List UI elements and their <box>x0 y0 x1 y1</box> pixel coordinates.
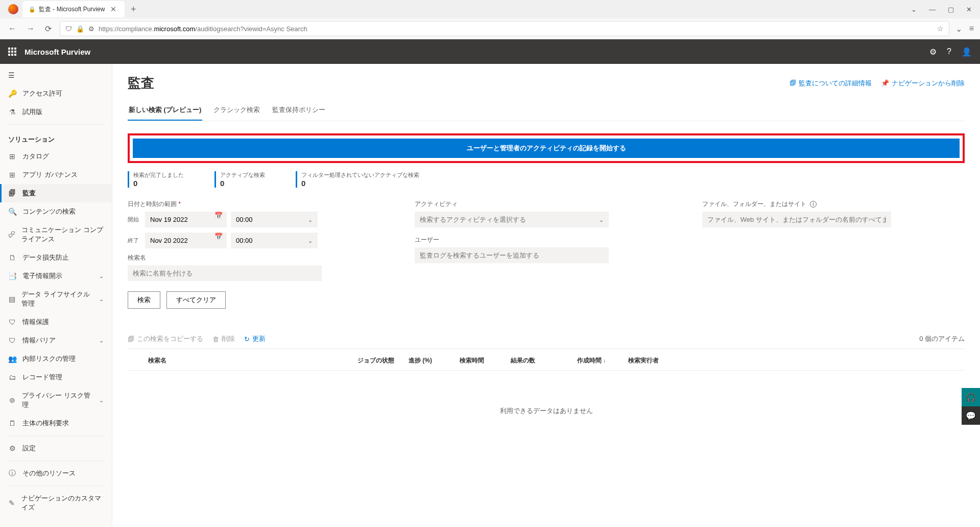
sidebar-item[interactable]: 🗐監査 <box>0 184 112 202</box>
chevron-down-icon: ⌄ <box>99 337 104 344</box>
trash-icon: 🗑 <box>212 335 219 343</box>
start-time-select[interactable] <box>231 212 318 227</box>
sidebar-label: 電子情報開示 <box>22 271 62 281</box>
sidebar-item[interactable]: 📑電子情報開示⌄ <box>0 267 112 285</box>
copy-search-button[interactable]: 🗐 この検索をコピーする <box>128 334 203 343</box>
col-search-time[interactable]: 検索時間 <box>460 356 511 365</box>
sidebar-item[interactable]: ⊞カタログ <box>0 147 112 166</box>
activities-select[interactable] <box>415 212 609 227</box>
sidebar-label: 監査 <box>22 189 36 198</box>
sidebar-label: 設定 <box>22 444 36 453</box>
settings-gear-icon[interactable]: ⚙ <box>929 47 937 57</box>
stat: アクティブな検索0 <box>214 171 265 188</box>
help-icon[interactable]: ? <box>947 47 951 56</box>
feedback-button[interactable]: 💬 <box>962 406 980 425</box>
sidebar-icon: ⚗ <box>8 108 16 116</box>
delete-button[interactable]: 🗑 削除 <box>212 334 235 343</box>
calendar-icon[interactable]: 📅 <box>214 233 223 240</box>
search-name-label: 検索名 <box>128 254 390 262</box>
remove-nav-link[interactable]: 📌 ナビゲーションから削除 <box>881 79 965 88</box>
sidebar-label: レコード管理 <box>22 373 62 382</box>
sidebar-icon: ⚙ <box>8 444 16 452</box>
padlock-icon[interactable]: 🔒 <box>76 25 84 33</box>
sidebar-item[interactable]: 🛡情報バリア⌄ <box>0 331 112 350</box>
users-input[interactable] <box>415 247 609 263</box>
sidebar-item[interactable]: ▤データ ライフサイクル管理⌄ <box>0 285 112 313</box>
col-created[interactable]: 作成時間↓ <box>577 356 628 365</box>
sidebar-item[interactable]: 🔑アクセス許可 <box>0 84 112 103</box>
col-result-count[interactable]: 結果の数 <box>511 356 577 365</box>
url-bar[interactable]: 🛡 🔒 ⚙ https://compliance.microsoft.com/a… <box>60 21 949 36</box>
tab[interactable]: 新しい検索 (プレビュー) <box>128 100 202 121</box>
chevron-down-icon: ⌄ <box>99 273 104 280</box>
no-data-message: 利用できるデータはありません <box>128 371 965 451</box>
sidebar-label: プライバシー リスク管理 <box>22 391 93 409</box>
stat-label: 検索が完了しました <box>133 171 184 179</box>
sidebar-item[interactable]: 🛡情報保護 <box>0 313 112 331</box>
col-name[interactable]: 検索名 <box>148 356 357 365</box>
firefox-icon <box>8 4 18 14</box>
activities-label: アクティビティ <box>415 200 677 209</box>
files-input[interactable] <box>702 212 891 227</box>
sidebar-item[interactable]: ⚙設定 <box>0 439 112 457</box>
col-progress[interactable]: 進捗 (%) <box>409 356 460 365</box>
tab-close-icon[interactable]: ✕ <box>108 5 118 13</box>
sidebar-item[interactable]: 🗋データ損失防止 <box>0 248 112 267</box>
app-launcher-icon[interactable] <box>8 48 16 56</box>
refresh-button[interactable]: ↻ 更新 <box>244 334 266 343</box>
search-button[interactable]: 検索 <box>128 291 160 309</box>
sidebar-item[interactable]: 👥内部リスクの管理 <box>0 350 112 368</box>
sidebar-item[interactable]: ⊞アプリ ガバナンス <box>0 166 112 184</box>
menu-icon[interactable]: ≡ <box>969 24 974 34</box>
sidebar-item[interactable]: 🗂レコード管理 <box>0 368 112 386</box>
sidebar-item[interactable]: ⓘその他のリソース <box>0 464 112 483</box>
sidebar-label: データ損失防止 <box>22 253 69 262</box>
sidebar-icon: 🗐 <box>8 189 16 197</box>
window-dropdown-icon[interactable]: ⌄ <box>911 6 917 13</box>
forward-button[interactable]: → <box>25 22 37 35</box>
date-range-label: 日付と時刻の範囲 <box>128 200 390 209</box>
search-name-input[interactable] <box>128 265 322 281</box>
copy-icon: 🗐 <box>128 335 134 343</box>
sidebar-icon: 🗂 <box>8 373 16 381</box>
sidebar-label: 情報保護 <box>22 317 49 327</box>
col-executor[interactable]: 検索実行者 <box>628 356 689 365</box>
calendar-icon[interactable]: 📅 <box>214 212 223 219</box>
sidebar-item[interactable]: 🔍コンテンツの検索 <box>0 202 112 221</box>
browser-tab[interactable]: 🔒 監査 - Microsoft Purview ✕ <box>22 1 125 17</box>
pocket-icon[interactable]: ⌄ <box>955 24 962 34</box>
shield-icon[interactable]: 🛡 <box>65 25 72 33</box>
tab[interactable]: 監査保持ポリシー <box>271 100 326 121</box>
stat-value: 0 <box>220 179 265 188</box>
sidebar-item[interactable]: 🗪コミュニケーション コンプライアンス <box>0 221 112 248</box>
sidebar-icon: ✎ <box>8 499 15 507</box>
sidebar-item[interactable]: 🗒主体の権利要求 <box>0 414 112 432</box>
start-recording-button[interactable]: ユーザーと管理者のアクティビティの記録を開始する <box>133 139 960 158</box>
maximize-icon[interactable]: ▢ <box>948 6 954 13</box>
learn-more-link[interactable]: 🗐 監査についての詳細情報 <box>790 79 872 88</box>
info-icon[interactable]: i <box>810 201 817 208</box>
item-count: 0 個のアイテム <box>919 334 965 343</box>
bookmark-icon[interactable]: ☆ <box>937 25 944 33</box>
sidebar-item[interactable]: ⚗試用版 <box>0 103 112 121</box>
sidebar-icon: 🗋 <box>8 254 16 262</box>
sidebar-item[interactable]: ✎ナビゲーションのカスタマイズ <box>0 489 112 517</box>
tab[interactable]: クラシック検索 <box>212 100 261 121</box>
sidebar-item[interactable]: ⊚プライバシー リスク管理⌄ <box>0 386 112 414</box>
reload-button[interactable]: ⟳ <box>43 22 54 36</box>
stat-label: アクティブな検索 <box>220 171 265 179</box>
back-button[interactable]: ← <box>6 22 18 35</box>
minimize-icon[interactable]: — <box>929 6 936 13</box>
sidebar-label: 主体の権利要求 <box>22 419 69 428</box>
sidebar-icon: 🔑 <box>8 89 16 98</box>
close-window-icon[interactable]: ✕ <box>966 6 972 13</box>
permissions-icon[interactable]: ⚙ <box>88 25 94 33</box>
account-icon[interactable]: 👤 <box>962 47 972 57</box>
hamburger-icon[interactable]: ☰ <box>0 66 112 84</box>
col-status[interactable]: ジョブの状態 <box>357 356 409 365</box>
headset-support-button[interactable]: 🎧 <box>962 388 980 406</box>
sort-down-icon: ↓ <box>603 358 606 363</box>
new-tab-button[interactable]: + <box>129 2 138 17</box>
clear-all-button[interactable]: すべてクリア <box>166 291 226 309</box>
end-time-select[interactable] <box>231 233 318 248</box>
